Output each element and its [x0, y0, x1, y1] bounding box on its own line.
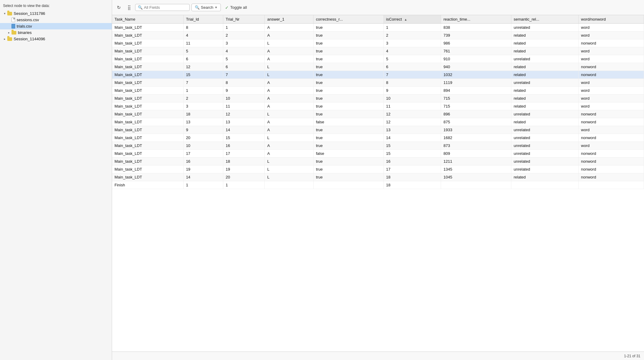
sidebar-item-sessions-csv[interactable]: sessions.csv [0, 17, 112, 23]
chevron-down-icon: ▼ [214, 6, 217, 9]
cell-word-nonword: word [579, 87, 644, 95]
table-row[interactable]: Main_task_LDT1420Ltrue181045relatednonwo… [112, 173, 644, 181]
cell-word-nonword: nonword [579, 71, 644, 79]
cell-iscorrect: 9 [383, 87, 441, 95]
cell-answer-1: A [265, 102, 314, 110]
sidebar-item-session2[interactable]: ▸ Session_1144096 [0, 36, 112, 42]
cell-trial-nr: 8 [223, 79, 264, 87]
cell-word-nonword: nonword [579, 39, 644, 47]
cell-iscorrect: 18 [383, 181, 441, 189]
cell-answer-1: A [265, 55, 314, 63]
cell-trial-nr: 11 [223, 102, 264, 110]
cell-semantic-rel: related [511, 71, 578, 79]
table-row[interactable]: Main_task_LDT54Atrue4761relatedword [112, 47, 644, 55]
table-row[interactable]: Main_task_LDT81Atrue1838unrelatedword [112, 24, 644, 32]
cell-reaction-time: 986 [441, 39, 511, 47]
table-row[interactable]: Main_task_LDT311Atrue11715relatedword [112, 102, 644, 110]
expand-icon-session2: ▸ [2, 37, 7, 41]
cell-correctness: true [313, 47, 383, 55]
cell-answer-1: A [265, 79, 314, 87]
cell-correctness: true [313, 173, 383, 181]
cell-reaction-time: 940 [441, 63, 511, 71]
toggle-all-button[interactable]: ✓ Toggle all [223, 4, 249, 11]
cell-trial-id: 11 [183, 39, 223, 47]
cell-reaction-time: 896 [441, 110, 511, 118]
cell-reaction-time: 761 [441, 47, 511, 55]
table-row[interactable]: Main_task_LDT1812Ltrue12896unrelatednonw… [112, 110, 644, 118]
table-row[interactable]: Main_task_LDT1313Afalse12875relatednonwo… [112, 118, 644, 126]
cell-correctness: true [313, 87, 383, 95]
cell-task-name: Main_task_LDT [112, 126, 183, 134]
pagination-label: 1-21 of 31 [624, 354, 640, 358]
cell-correctness: true [313, 95, 383, 102]
cell-reaction-time [441, 181, 511, 189]
cell-task-name: Main_task_LDT [112, 102, 183, 110]
cell-task-name: Main_task_LDT [112, 55, 183, 63]
cell-trial-nr: 12 [223, 110, 264, 118]
cell-iscorrect: 1 [383, 24, 441, 32]
cell-trial-id: 5 [183, 47, 223, 55]
col-trial-id[interactable]: Trial_Id [183, 15, 223, 24]
cell-word-nonword: word [579, 79, 644, 87]
expand-icon-session1: ▾ [2, 12, 7, 16]
sidebar-item-binaries[interactable]: ▸ binaries [0, 29, 112, 36]
columns-button[interactable]: ⣿ [125, 3, 133, 12]
table-row[interactable]: Main_task_LDT1016Atrue15873unrelatedword [112, 142, 644, 150]
table-row[interactable]: Finish1118 [112, 181, 644, 189]
cell-trial-nr: 18 [223, 158, 264, 165]
table-row[interactable]: Main_task_LDT210Atrue10715relatedword [112, 95, 644, 102]
cell-reaction-time: 739 [441, 32, 511, 39]
table-row[interactable]: Main_task_LDT78Atrue81119unrelatedword [112, 79, 644, 87]
cell-task-name: Main_task_LDT [112, 32, 183, 39]
cell-task-name: Main_task_LDT [112, 24, 183, 32]
search-button[interactable]: 🔍 Search ▼ [191, 4, 221, 11]
col-reaction-time[interactable]: reaction_time... [441, 15, 511, 24]
col-correctness[interactable]: correctness_r... [313, 15, 383, 24]
col-task-name[interactable]: Task_Name [112, 15, 183, 24]
col-semantic-rel[interactable]: semantic_rel... [511, 15, 578, 24]
table-wrapper[interactable]: Task_Name Trial_Id Trial_Nr answer_1 cor… [112, 15, 644, 352]
table-row[interactable]: Main_task_LDT113Ltrue3986relatednonword [112, 39, 644, 47]
cell-iscorrect: 4 [383, 47, 441, 55]
table-row[interactable]: Main_task_LDT157Ltrue71032relatednonword [112, 71, 644, 79]
cell-task-name: Main_task_LDT [112, 95, 183, 102]
cell-semantic-rel: related [511, 87, 578, 95]
col-iscorrect[interactable]: isCorrect ▲ [383, 15, 441, 24]
cell-trial-id: 4 [183, 32, 223, 39]
table-row[interactable]: Main_task_LDT65Atrue5910unrelatedword [112, 55, 644, 63]
cell-reaction-time: 894 [441, 87, 511, 95]
table-row[interactable]: Main_task_LDT2015Ltrue141682unrelatednon… [112, 134, 644, 142]
table-row[interactable]: Main_task_LDT19Atrue9894relatedword [112, 87, 644, 95]
cell-semantic-rel: unrelated [511, 110, 578, 118]
checkmark-icon: ✓ [225, 5, 229, 10]
cell-reaction-time: 1933 [441, 126, 511, 134]
col-answer1[interactable]: answer_1 [265, 15, 314, 24]
table-row[interactable]: Main_task_LDT126Ltrue6940relatednonword [112, 63, 644, 71]
cell-iscorrect: 14 [383, 134, 441, 142]
table-row[interactable]: Main_task_LDT1618Ltrue161211unrelatednon… [112, 158, 644, 165]
table-row[interactable]: Main_task_LDT914Atrue131933unrelatedword [112, 126, 644, 134]
cell-correctness: true [313, 39, 383, 47]
sidebar-item-session1[interactable]: ▾ Session_1131786 [0, 10, 112, 17]
main-content: ↻ ⣿ 🔍 🔍 Search ▼ ✓ Toggle all Task_Name … [112, 0, 644, 360]
cell-task-name: Main_task_LDT [112, 142, 183, 150]
table-row[interactable]: Main_task_LDT42Atrue2739relatedword [112, 32, 644, 39]
cell-word-nonword: nonword [579, 158, 644, 165]
cell-answer-1: L [265, 39, 314, 47]
table-row[interactable]: Main_task_LDT1717Afalse15809unrelatednon… [112, 150, 644, 158]
table-row[interactable]: Main_task_LDT1919Ltrue171345unrelatednon… [112, 165, 644, 173]
cell-task-name: Main_task_LDT [112, 110, 183, 118]
col-trial-nr[interactable]: Trial_Nr [223, 15, 264, 24]
cell-semantic-rel: related [511, 102, 578, 110]
file-icon-sessions [12, 18, 15, 22]
cell-iscorrect: 6 [383, 63, 441, 71]
cell-semantic-rel: related [511, 39, 578, 47]
cell-word-nonword: nonword [579, 118, 644, 126]
search-input[interactable] [144, 5, 180, 10]
toolbar: ↻ ⣿ 🔍 🔍 Search ▼ ✓ Toggle all [112, 0, 644, 15]
cell-iscorrect: 5 [383, 55, 441, 63]
refresh-button[interactable]: ↻ [115, 3, 123, 12]
cell-reaction-time: 1032 [441, 71, 511, 79]
sidebar-item-trials-csv[interactable]: trials.csv [0, 23, 112, 29]
col-word-nonword[interactable]: word/nonword [579, 15, 644, 24]
